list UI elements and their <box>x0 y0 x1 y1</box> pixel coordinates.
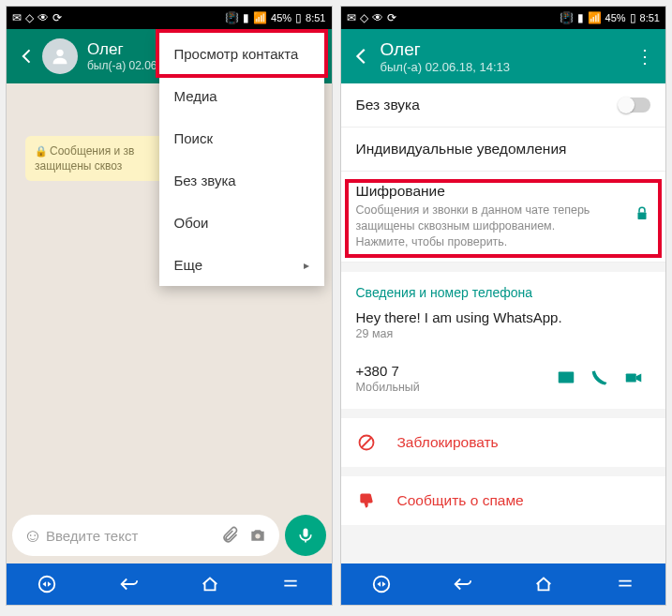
teamviewer-icon: ◇ <box>25 12 34 23</box>
android-nav-bar <box>7 563 332 605</box>
eye-icon: 👁 <box>372 12 383 23</box>
signal-icon: 📶 <box>253 12 267 23</box>
contact-info-body: Без звука Индивидуальные уведомления Шиф… <box>341 83 666 563</box>
about-date: 29 мая <box>356 327 651 340</box>
mail-icon: ✉ <box>347 12 356 23</box>
sync-icon: ⟳ <box>387 12 396 23</box>
thumb-down-icon <box>356 491 377 510</box>
encryption-row[interactable]: Шифрование Сообщения и звонки в данном ч… <box>341 172 666 263</box>
android-nav-bar <box>341 563 666 605</box>
phone-right: ✉ ◇ 👁 ⟳ 📳 ▮ 📶 45% ▯ 8:51 Олег был(-а) 02… <box>340 6 667 606</box>
recents-nav-icon[interactable] <box>272 575 309 593</box>
block-icon <box>356 433 377 452</box>
clock: 8:51 <box>640 12 660 23</box>
phone-left: ✉ ◇ 👁 ⟳ 📳 ▮ 📶 45% ▯ 8:51 Олег был(-а) 02… <box>6 6 333 606</box>
signal-icon: ▮ <box>577 12 584 23</box>
menu-media[interactable]: Медиа <box>159 75 324 117</box>
about-section-header: Сведения и номер телефона <box>341 272 666 304</box>
svg-rect-4 <box>638 213 647 220</box>
input-bar: ☺ Введите текст <box>7 513 332 563</box>
options-menu: Просмотр контакта Медиа Поиск Без звука … <box>159 33 324 286</box>
battery-percent: 45% <box>271 12 291 23</box>
svg-point-8 <box>374 577 390 593</box>
mail-icon: ✉ <box>12 12 22 23</box>
block-row[interactable]: Заблокировать <box>341 418 666 467</box>
input-placeholder: Введите текст <box>46 528 216 544</box>
status-bar: ✉ ◇ 👁 ⟳ 📳 ▮ 📶 45% ▯ 8:51 <box>341 7 666 29</box>
vibrate-icon: 📳 <box>225 12 239 23</box>
attach-icon[interactable] <box>216 526 244 545</box>
mic-button[interactable] <box>285 515 326 556</box>
signal-icon: 📶 <box>588 12 602 23</box>
svg-rect-5 <box>559 372 575 383</box>
custom-notifications-row[interactable]: Индивидуальные уведомления <box>341 128 666 172</box>
home-nav-icon[interactable] <box>191 574 229 594</box>
back-nav-icon[interactable] <box>110 574 147 594</box>
svg-rect-2 <box>303 529 307 537</box>
eye-icon: 👁 <box>37 12 49 23</box>
svg-point-1 <box>255 533 260 538</box>
svg-point-0 <box>56 50 63 56</box>
contact-subtitle: был(-а) 02.06.18, 14:13 <box>381 60 635 74</box>
contact-title: Олег <box>381 39 635 60</box>
home-nav-icon[interactable] <box>525 574 562 594</box>
menu-more[interactable]: Еще ▸ <box>159 244 324 286</box>
video-icon[interactable] <box>617 368 650 388</box>
lock-icon: 🔒 <box>35 145 48 157</box>
teamviewer-nav-icon[interactable] <box>363 574 400 594</box>
menu-view-contact[interactable]: Просмотр контакта <box>159 33 324 75</box>
signal-icon: ▮ <box>243 12 249 23</box>
message-icon[interactable] <box>549 368 583 388</box>
report-row[interactable]: Сообщить о спаме <box>341 476 666 525</box>
back-nav-icon[interactable] <box>443 574 481 594</box>
back-icon[interactable] <box>16 47 38 66</box>
sync-icon: ⟳ <box>52 12 62 23</box>
camera-icon[interactable] <box>244 526 272 545</box>
contact-info-header: Олег был(-а) 02.06.18, 14:13 ⋮ <box>341 29 666 83</box>
about-block[interactable]: Hey there! I am using WhatsApp. 29 мая <box>341 304 666 353</box>
lock-icon <box>634 205 650 227</box>
avatar[interactable] <box>42 38 78 74</box>
phone-number: +380 7 <box>356 363 550 379</box>
chevron-right-icon: ▸ <box>304 259 309 272</box>
status-bar: ✉ ◇ 👁 ⟳ 📳 ▮ 📶 45% ▯ 8:51 <box>7 7 332 29</box>
svg-point-3 <box>39 577 55 593</box>
encryption-title: Шифрование <box>356 183 635 200</box>
about-text: Hey there! I am using WhatsApp. <box>356 309 651 325</box>
vibrate-icon: 📳 <box>560 12 574 23</box>
emoji-icon[interactable]: ☺ <box>20 525 46 547</box>
clock: 8:51 <box>306 12 325 23</box>
encryption-chip: 🔒Сообщения и зв защищены сквоз <box>25 136 166 181</box>
recents-nav-icon[interactable] <box>606 575 644 593</box>
battery-icon: ▯ <box>630 12 636 23</box>
mute-row[interactable]: Без звука <box>341 83 666 128</box>
call-icon[interactable] <box>583 368 617 387</box>
back-icon[interactable] <box>351 46 373 67</box>
message-input[interactable]: ☺ Введите текст <box>12 515 279 556</box>
svg-rect-6 <box>626 374 636 383</box>
menu-search[interactable]: Поиск <box>159 117 324 159</box>
phone-type: Мобильный <box>356 381 550 394</box>
menu-mute[interactable]: Без звука <box>159 159 324 202</box>
teamviewer-icon: ◇ <box>360 12 368 23</box>
battery-icon: ▯ <box>295 12 302 23</box>
menu-wallpaper[interactable]: Обои <box>159 202 324 244</box>
more-icon[interactable]: ⋮ <box>634 45 656 68</box>
battery-percent: 45% <box>605 12 626 23</box>
teamviewer-nav-icon[interactable] <box>28 574 66 594</box>
mute-toggle[interactable] <box>619 98 650 113</box>
phone-number-row[interactable]: +380 7 Мобильный <box>341 353 666 409</box>
